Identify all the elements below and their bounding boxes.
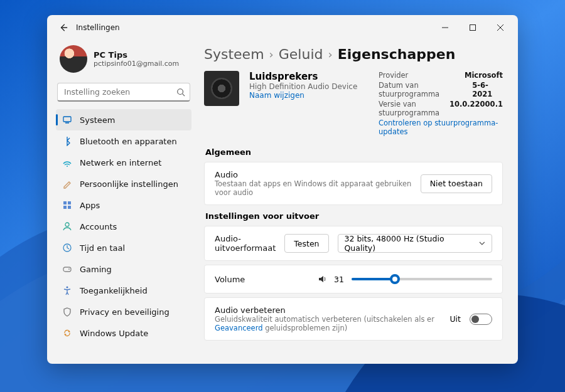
- sidebar-item-personalize[interactable]: Persoonlijke instellingen: [56, 173, 191, 194]
- breadcrumb-current: Eigenschappen: [338, 46, 456, 62]
- sidebar-item-label: Gaming: [80, 265, 112, 274]
- driver-update-link[interactable]: Controleren op stuurprogramma-updates: [379, 119, 503, 136]
- svg-point-17: [68, 268, 70, 270]
- audio-title: Audio: [215, 170, 412, 179]
- format-card: Audio-uitvoerformaat Testen 32 bits, 480…: [204, 226, 503, 261]
- accounts-icon: [62, 221, 72, 231]
- breadcrumb-systeem[interactable]: Systeem: [204, 46, 264, 62]
- device-name: Luidsprekers: [249, 71, 369, 82]
- advanced-link[interactable]: Geavanceerd: [215, 324, 262, 332]
- enhance-toggle[interactable]: [470, 314, 492, 325]
- svg-rect-10: [63, 201, 67, 204]
- device-header: Luidsprekers High Definition Audio Devic…: [204, 71, 503, 136]
- audio-permission-card: Audio Toestaan dat apps en Windows dit a…: [204, 162, 503, 205]
- close-icon: [497, 24, 503, 31]
- audio-sub: Toestaan dat apps en Windows dit apparaa…: [215, 179, 412, 197]
- volume-label: Volume: [215, 275, 309, 284]
- sidebar-item-label: Toegankelijkheid: [80, 286, 148, 295]
- main-content: Systeem › Geluid › Eigenschappen Luidspr…: [198, 40, 518, 364]
- sidebar-item-label: Persoonlijke instellingen: [80, 179, 178, 189]
- bluetooth-icon: [62, 136, 72, 146]
- sidebar: PC Tips pctipsinfo01@gmail.com SysteemBl…: [47, 40, 198, 364]
- sidebar-item-label: Bluetooth en apparaten: [80, 137, 177, 146]
- privacy-icon: [62, 307, 72, 317]
- personalize-icon: [62, 179, 72, 189]
- sidebar-item-label: Apps: [80, 201, 100, 210]
- enhance-title: Audio verbeteren: [215, 305, 441, 315]
- avatar: [60, 45, 87, 73]
- enhance-card: Audio verbeteren Geluidskwaliteit automa…: [204, 297, 503, 341]
- rename-link[interactable]: Naam wijzigen: [249, 91, 369, 100]
- sidebar-item-label: Systeem: [80, 115, 115, 125]
- svg-rect-12: [63, 206, 67, 209]
- breadcrumb-geluid[interactable]: Geluid: [279, 46, 323, 62]
- svg-rect-2: [470, 25, 476, 31]
- svg-rect-7: [63, 117, 71, 122]
- sidebar-item-gaming[interactable]: Gaming: [56, 258, 191, 280]
- svg-rect-13: [68, 206, 71, 209]
- enhance-sub: Geluidskwaliteit automatisch verbeteren …: [215, 315, 441, 332]
- volume-card: Volume 31: [204, 265, 503, 294]
- profile-email: pctipsinfo01@gmail.com: [94, 60, 179, 68]
- svg-point-14: [65, 223, 69, 226]
- gaming-icon: [62, 264, 72, 274]
- sidebar-item-accessibility[interactable]: Toegankelijkheid: [56, 280, 191, 301]
- close-button[interactable]: [487, 18, 514, 37]
- format-label: Audio-uitvoerformaat: [215, 234, 276, 253]
- sidebar-item-label: Tijd en taal: [80, 243, 125, 253]
- speaker-icon: [204, 71, 239, 106]
- sidebar-item-label: Windows Update: [80, 329, 148, 338]
- sidebar-item-label: Netwerk en internet: [80, 158, 161, 167]
- test-button[interactable]: Testen: [284, 234, 328, 253]
- search-box: [57, 83, 190, 102]
- format-dropdown[interactable]: 32 bits, 48000 Hz (Studio Quality): [338, 234, 492, 253]
- svg-rect-11: [68, 201, 71, 204]
- sidebar-item-bluetooth[interactable]: Bluetooth en apparaten: [56, 130, 191, 152]
- search-input[interactable]: [57, 83, 190, 102]
- apps-icon: [62, 200, 72, 210]
- svg-point-18: [67, 287, 68, 289]
- chevron-right-icon: ›: [269, 48, 274, 61]
- profile[interactable]: PC Tips pctipsinfo01@gmail.com: [56, 40, 191, 82]
- accessibility-icon: [62, 285, 72, 295]
- sidebar-item-label: Privacy en beveiliging: [80, 307, 170, 317]
- sidebar-item-update[interactable]: Windows Update: [56, 322, 191, 344]
- sidebar-item-network[interactable]: Netwerk en internet: [56, 152, 191, 173]
- sidebar-item-time[interactable]: Tijd en taal: [56, 237, 191, 258]
- section-general: Algemeen: [205, 147, 503, 157]
- update-icon: [62, 328, 72, 338]
- time-icon: [62, 243, 72, 253]
- sidebar-item-apps[interactable]: Apps: [56, 194, 191, 216]
- window-title: Instellingen: [76, 23, 431, 32]
- maximize-button[interactable]: [459, 18, 487, 37]
- minimize-icon: [442, 24, 448, 31]
- volume-slider[interactable]: [352, 273, 492, 285]
- back-button[interactable]: [56, 20, 71, 35]
- breadcrumb: Systeem › Geluid › Eigenschappen: [204, 46, 503, 62]
- chevron-right-icon: ›: [328, 48, 333, 61]
- disallow-button[interactable]: Niet toestaan: [421, 174, 492, 193]
- profile-name: PC Tips: [94, 50, 179, 60]
- svg-point-9: [67, 166, 68, 167]
- nav-list: SysteemBluetooth en apparatenNetwerk en …: [56, 109, 191, 344]
- format-value: 32 bits, 48000 Hz (Studio Quality): [345, 234, 475, 253]
- system-icon: [62, 115, 72, 125]
- arrow-left-icon: [59, 23, 68, 32]
- chevron-down-icon: [479, 240, 485, 246]
- device-meta: ProviderMicrosoft Datum van stuurprogram…: [379, 71, 503, 136]
- sidebar-item-system[interactable]: Systeem: [56, 109, 191, 130]
- minimize-button[interactable]: [431, 18, 459, 37]
- section-output: Instellingen voor uitvoer: [205, 211, 503, 221]
- maximize-icon: [470, 24, 476, 31]
- volume-icon[interactable]: [318, 274, 328, 284]
- titlebar: Instellingen: [47, 15, 518, 40]
- enhance-state: Uit: [449, 314, 461, 324]
- sidebar-item-label: Accounts: [80, 222, 117, 231]
- device-desc: High Definition Audio Device: [249, 82, 369, 91]
- sidebar-item-privacy[interactable]: Privacy en beveiliging: [56, 301, 191, 322]
- volume-value: 31: [334, 275, 345, 284]
- network-icon: [62, 157, 72, 167]
- svg-rect-16: [63, 267, 71, 272]
- settings-window: Instellingen PC Tips pctipsinfo01@gmail.…: [47, 15, 518, 364]
- sidebar-item-accounts[interactable]: Accounts: [56, 216, 191, 237]
